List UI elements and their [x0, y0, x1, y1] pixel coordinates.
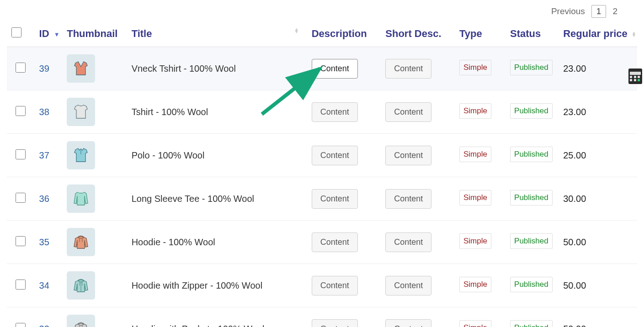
status-badge[interactable]: Published [510, 190, 553, 206]
product-id-link[interactable]: 37 [39, 150, 49, 160]
row-title-cell[interactable]: Polo - 100% Wool [127, 134, 307, 177]
sort-desc-icon: ▼ [294, 31, 299, 33]
status-badge[interactable]: Published [510, 320, 553, 327]
type-badge[interactable]: Simple [459, 320, 491, 327]
row-price-cell[interactable]: 23.00 [559, 90, 637, 134]
row-checkbox-cell [7, 90, 35, 134]
product-id-link[interactable]: 39 [39, 63, 49, 74]
table-row: 36 Long Sleeve Tee - 100% Wool Content C… [7, 177, 637, 221]
product-id-link[interactable]: 38 [39, 107, 49, 117]
header-id[interactable]: ID ▼ [35, 23, 63, 47]
product-id-link[interactable]: 36 [39, 194, 49, 204]
type-badge[interactable]: Simple [459, 233, 491, 249]
row-thumbnail-cell [62, 47, 127, 90]
row-price-cell[interactable]: 25.00 [559, 134, 637, 177]
row-price-cell[interactable]: 23.00 [559, 47, 637, 90]
row-checkbox-cell [7, 134, 35, 177]
pagination-page-2[interactable]: 2 [609, 5, 621, 18]
shortdesc-content-button[interactable]: Content [385, 102, 431, 122]
product-thumbnail[interactable] [67, 141, 95, 169]
row-checkbox[interactable] [16, 193, 26, 203]
row-shortdesc-cell: Content [381, 264, 455, 307]
table-row: 35 Hoodie - 100% Wool Content Content Si… [7, 221, 637, 264]
row-checkbox[interactable] [16, 236, 26, 246]
header-type[interactable]: Type [455, 23, 506, 47]
type-badge[interactable]: Simple [459, 103, 491, 119]
product-thumbnail[interactable] [67, 315, 95, 327]
row-title-cell[interactable]: Hoodie with Pocket - 100% Wool [127, 307, 307, 327]
header-regular-price[interactable]: Regular price ▲ ▼ [559, 23, 637, 47]
row-description-cell: Content [307, 134, 381, 177]
status-badge[interactable]: Published [510, 103, 553, 119]
row-title-cell[interactable]: Tshirt - 100% Wool [127, 90, 307, 134]
row-shortdesc-cell: Content [381, 177, 455, 221]
select-all-checkbox[interactable] [11, 27, 21, 37]
shortdesc-content-button[interactable]: Content [385, 146, 431, 165]
row-type-cell: Simple [455, 307, 506, 327]
type-badge[interactable]: Simple [459, 277, 491, 292]
description-content-button[interactable]: Content [312, 146, 358, 165]
status-badge[interactable]: Published [510, 233, 553, 249]
header-title[interactable]: Title ▲ ▼ [127, 23, 307, 47]
product-thumbnail[interactable] [67, 185, 95, 213]
status-badge[interactable]: Published [510, 277, 553, 292]
row-price-cell[interactable]: 50.00 [559, 307, 637, 327]
shortdesc-content-button[interactable]: Content [385, 276, 431, 295]
row-title-cell[interactable]: Vneck Tshirt - 100% Wool [127, 47, 307, 90]
row-checkbox[interactable] [16, 323, 26, 327]
product-thumbnail[interactable] [67, 98, 95, 126]
header-description[interactable]: Description [307, 23, 381, 47]
description-content-button[interactable]: Content [312, 102, 358, 122]
status-badge[interactable]: Published [510, 147, 553, 162]
status-badge[interactable]: Published [510, 60, 553, 75]
row-title-cell[interactable]: Long Sleeve Tee - 100% Wool [127, 177, 307, 221]
pagination-previous[interactable]: Previous [548, 5, 589, 18]
description-content-button[interactable]: Content [312, 319, 358, 327]
row-id-cell: 34 [35, 264, 63, 307]
row-status-cell: Published [506, 90, 559, 134]
table-row: 37 Polo - 100% Wool Content Content Simp… [7, 134, 637, 177]
row-checkbox[interactable] [16, 63, 26, 73]
row-description-cell: Content [307, 90, 381, 134]
table-row: 39 Vneck Tshirt - 100% Wool Content Cont… [7, 47, 637, 90]
header-thumbnail[interactable]: Thumbnail [62, 23, 127, 47]
row-type-cell: Simple [455, 177, 506, 221]
description-content-button[interactable]: Content [312, 232, 358, 252]
calculator-icon[interactable] [628, 69, 642, 84]
description-content-button[interactable]: Content [312, 189, 358, 209]
type-badge[interactable]: Simple [459, 190, 491, 206]
shortdesc-content-button[interactable]: Content [385, 319, 431, 327]
table-row: 38 Tshirt - 100% Wool Content Content Si… [7, 90, 637, 134]
shortdesc-content-button[interactable]: Content [385, 189, 431, 209]
type-badge[interactable]: Simple [459, 60, 491, 75]
row-checkbox[interactable] [16, 280, 26, 290]
row-price-cell[interactable]: 50.00 [559, 264, 637, 307]
product-title: Hoodie with Zipper - 100% Wool [132, 280, 262, 290]
row-thumbnail-cell [62, 307, 127, 327]
table-header-row: ID ▼ Thumbnail Title ▲ ▼ Description Sho… [7, 23, 637, 47]
product-thumbnail[interactable] [67, 54, 95, 83]
row-title-cell[interactable]: Hoodie with Zipper - 100% Wool [127, 264, 307, 307]
product-id-link[interactable]: 35 [39, 237, 49, 247]
description-content-button[interactable]: Content [312, 276, 358, 295]
row-checkbox[interactable] [16, 106, 26, 116]
product-id-link[interactable]: 33 [39, 324, 49, 327]
row-description-cell: Content [307, 177, 381, 221]
row-title-cell[interactable]: Hoodie - 100% Wool [127, 221, 307, 264]
description-content-button[interactable]: Content [312, 59, 358, 79]
row-checkbox[interactable] [16, 149, 26, 159]
row-price-cell[interactable]: 50.00 [559, 221, 637, 264]
product-id-link[interactable]: 34 [39, 280, 49, 290]
pagination-page-1[interactable]: 1 [591, 5, 607, 18]
row-price-cell[interactable]: 30.00 [559, 177, 637, 221]
shortdesc-content-button[interactable]: Content [385, 59, 431, 79]
header-status[interactable]: Status [506, 23, 559, 47]
type-badge[interactable]: Simple [459, 147, 491, 162]
row-shortdesc-cell: Content [381, 90, 455, 134]
sort-desc-icon: ▼ [54, 31, 60, 38]
header-short-desc[interactable]: Short Desc. [381, 23, 455, 47]
product-thumbnail[interactable] [67, 228, 95, 256]
shortdesc-content-button[interactable]: Content [385, 232, 431, 252]
product-thumbnail[interactable] [67, 271, 95, 300]
row-checkbox-cell [7, 177, 35, 221]
